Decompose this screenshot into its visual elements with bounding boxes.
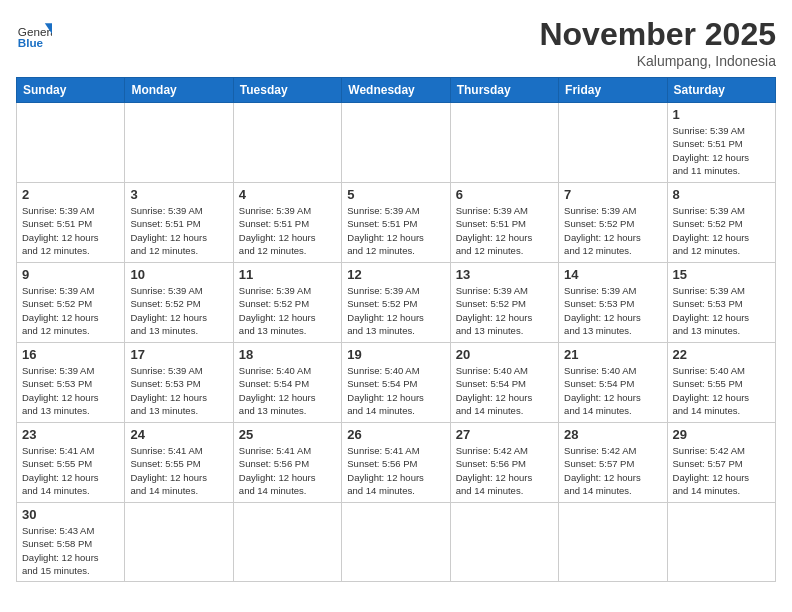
empty-cell bbox=[559, 503, 667, 582]
logo: General Blue bbox=[16, 16, 52, 52]
empty-cell bbox=[233, 503, 341, 582]
day-9: 9 Sunrise: 5:39 AMSunset: 5:52 PMDayligh… bbox=[17, 263, 125, 343]
empty-cell bbox=[125, 103, 233, 183]
header-thursday: Thursday bbox=[450, 78, 558, 103]
title-area: November 2025 Kalumpang, Indonesia bbox=[539, 16, 776, 69]
empty-cell bbox=[667, 503, 775, 582]
empty-cell bbox=[233, 103, 341, 183]
day-1: 1 Sunrise: 5:39 AMSunset: 5:51 PMDayligh… bbox=[667, 103, 775, 183]
header-wednesday: Wednesday bbox=[342, 78, 450, 103]
week-row-5: 23 Sunrise: 5:41 AMSunset: 5:55 PMDaylig… bbox=[17, 423, 776, 503]
page-header: General Blue November 2025 Kalumpang, In… bbox=[16, 16, 776, 69]
week-row-3: 9 Sunrise: 5:39 AMSunset: 5:52 PMDayligh… bbox=[17, 263, 776, 343]
day-25: 25 Sunrise: 5:41 AMSunset: 5:56 PMDaylig… bbox=[233, 423, 341, 503]
empty-cell bbox=[450, 503, 558, 582]
week-row-4: 16 Sunrise: 5:39 AMSunset: 5:53 PMDaylig… bbox=[17, 343, 776, 423]
day-5: 5 Sunrise: 5:39 AMSunset: 5:51 PMDayligh… bbox=[342, 183, 450, 263]
day-28: 28 Sunrise: 5:42 AMSunset: 5:57 PMDaylig… bbox=[559, 423, 667, 503]
week-row-2: 2 Sunrise: 5:39 AMSunset: 5:51 PMDayligh… bbox=[17, 183, 776, 263]
empty-cell bbox=[342, 103, 450, 183]
day-17: 17 Sunrise: 5:39 AMSunset: 5:53 PMDaylig… bbox=[125, 343, 233, 423]
empty-cell bbox=[342, 503, 450, 582]
header-monday: Monday bbox=[125, 78, 233, 103]
day-27: 27 Sunrise: 5:42 AMSunset: 5:56 PMDaylig… bbox=[450, 423, 558, 503]
day-4: 4 Sunrise: 5:39 AMSunset: 5:51 PMDayligh… bbox=[233, 183, 341, 263]
day-19: 19 Sunrise: 5:40 AMSunset: 5:54 PMDaylig… bbox=[342, 343, 450, 423]
day-3: 3 Sunrise: 5:39 AMSunset: 5:51 PMDayligh… bbox=[125, 183, 233, 263]
week-row-6: 30 Sunrise: 5:43 AMSunset: 5:58 PMDaylig… bbox=[17, 503, 776, 582]
day-2: 2 Sunrise: 5:39 AMSunset: 5:51 PMDayligh… bbox=[17, 183, 125, 263]
calendar-table: Sunday Monday Tuesday Wednesday Thursday… bbox=[16, 77, 776, 582]
day-21: 21 Sunrise: 5:40 AMSunset: 5:54 PMDaylig… bbox=[559, 343, 667, 423]
weekday-header-row: Sunday Monday Tuesday Wednesday Thursday… bbox=[17, 78, 776, 103]
day-24: 24 Sunrise: 5:41 AMSunset: 5:55 PMDaylig… bbox=[125, 423, 233, 503]
header-saturday: Saturday bbox=[667, 78, 775, 103]
empty-cell bbox=[450, 103, 558, 183]
day-15: 15 Sunrise: 5:39 AMSunset: 5:53 PMDaylig… bbox=[667, 263, 775, 343]
empty-cell bbox=[17, 103, 125, 183]
header-tuesday: Tuesday bbox=[233, 78, 341, 103]
location: Kalumpang, Indonesia bbox=[539, 53, 776, 69]
day-22: 22 Sunrise: 5:40 AMSunset: 5:55 PMDaylig… bbox=[667, 343, 775, 423]
week-row-1: 1 Sunrise: 5:39 AMSunset: 5:51 PMDayligh… bbox=[17, 103, 776, 183]
day-29: 29 Sunrise: 5:42 AMSunset: 5:57 PMDaylig… bbox=[667, 423, 775, 503]
logo-icon: General Blue bbox=[16, 16, 52, 52]
day-13: 13 Sunrise: 5:39 AMSunset: 5:52 PMDaylig… bbox=[450, 263, 558, 343]
day-8: 8 Sunrise: 5:39 AMSunset: 5:52 PMDayligh… bbox=[667, 183, 775, 263]
header-sunday: Sunday bbox=[17, 78, 125, 103]
day-11: 11 Sunrise: 5:39 AMSunset: 5:52 PMDaylig… bbox=[233, 263, 341, 343]
svg-text:Blue: Blue bbox=[18, 36, 44, 49]
day-30: 30 Sunrise: 5:43 AMSunset: 5:58 PMDaylig… bbox=[17, 503, 125, 582]
day-10: 10 Sunrise: 5:39 AMSunset: 5:52 PMDaylig… bbox=[125, 263, 233, 343]
day-6: 6 Sunrise: 5:39 AMSunset: 5:51 PMDayligh… bbox=[450, 183, 558, 263]
day-18: 18 Sunrise: 5:40 AMSunset: 5:54 PMDaylig… bbox=[233, 343, 341, 423]
empty-cell bbox=[559, 103, 667, 183]
header-friday: Friday bbox=[559, 78, 667, 103]
day-20: 20 Sunrise: 5:40 AMSunset: 5:54 PMDaylig… bbox=[450, 343, 558, 423]
day-14: 14 Sunrise: 5:39 AMSunset: 5:53 PMDaylig… bbox=[559, 263, 667, 343]
day-12: 12 Sunrise: 5:39 AMSunset: 5:52 PMDaylig… bbox=[342, 263, 450, 343]
empty-cell bbox=[125, 503, 233, 582]
day-7: 7 Sunrise: 5:39 AMSunset: 5:52 PMDayligh… bbox=[559, 183, 667, 263]
month-title: November 2025 bbox=[539, 16, 776, 53]
day-16: 16 Sunrise: 5:39 AMSunset: 5:53 PMDaylig… bbox=[17, 343, 125, 423]
day-23: 23 Sunrise: 5:41 AMSunset: 5:55 PMDaylig… bbox=[17, 423, 125, 503]
day-26: 26 Sunrise: 5:41 AMSunset: 5:56 PMDaylig… bbox=[342, 423, 450, 503]
